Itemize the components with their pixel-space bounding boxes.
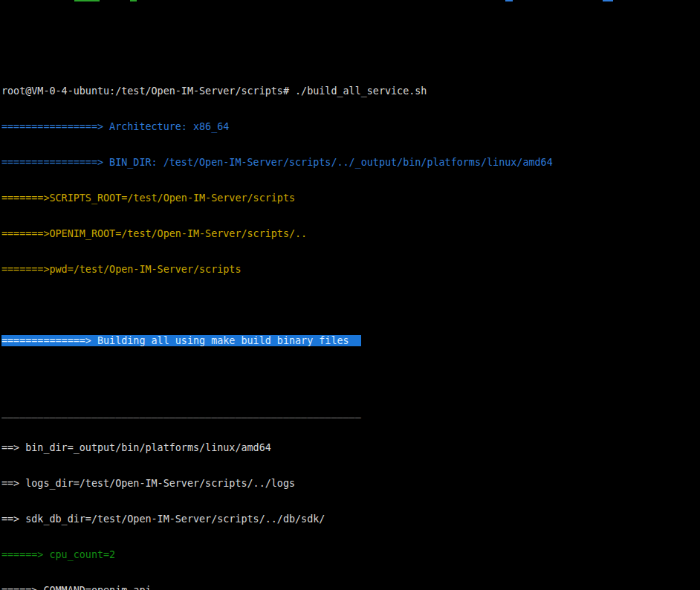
- underscore-rule-line: ________________________________________…: [1, 406, 700, 418]
- env-scripts-root-line: =======>SCRIPTS_ROOT=/test/Open-IM-Serve…: [1, 192, 700, 204]
- var-sdk-db-dir-line: ==> sdk_db_dir=/test/Open-IM-Server/scri…: [1, 513, 700, 525]
- cutoff-previous-line-fragment: [505, 0, 513, 1]
- prompt-line: root@VM-0-4-ubuntu:/test/Open-IM-Server/…: [1, 85, 700, 97]
- blank-line: [1, 371, 700, 383]
- var-logs-dir-line: ==> logs_dir=/test/Open-IM-Server/script…: [1, 478, 700, 490]
- env-pwd-line: =======>pwd=/test/Open-IM-Server/scripts: [1, 264, 700, 276]
- cutoff-previous-line-fragment: [603, 0, 613, 1]
- building-all-banner-line: ==============> Building all using make …: [1, 335, 700, 347]
- building-all-banner-highlight: ==============> Building all using make …: [1, 335, 361, 346]
- command-line-api: =====> COMMAND=openim-api: [1, 585, 700, 590]
- env-openim-root-line: =======>OPENIM_ROOT=/test/Open-IM-Server…: [1, 228, 700, 240]
- cutoff-previous-line-fragment: [74, 0, 100, 1]
- terminal-screen[interactable]: root@VM-0-4-ubuntu:/test/Open-IM-Server/…: [0, 0, 700, 590]
- blank-line: [1, 299, 700, 311]
- var-bin-dir-line: ==> bin_dir=_output/bin/platforms/linux/…: [1, 442, 700, 454]
- info-architecture-line: ================> Architecture: x86_64: [1, 121, 700, 133]
- cutoff-previous-line-fragment: [130, 0, 137, 1]
- cpu-count-line: ======> cpu_count=2: [1, 549, 700, 561]
- info-bin-dir-line: ================> BIN_DIR: /test/Open-IM…: [1, 157, 700, 169]
